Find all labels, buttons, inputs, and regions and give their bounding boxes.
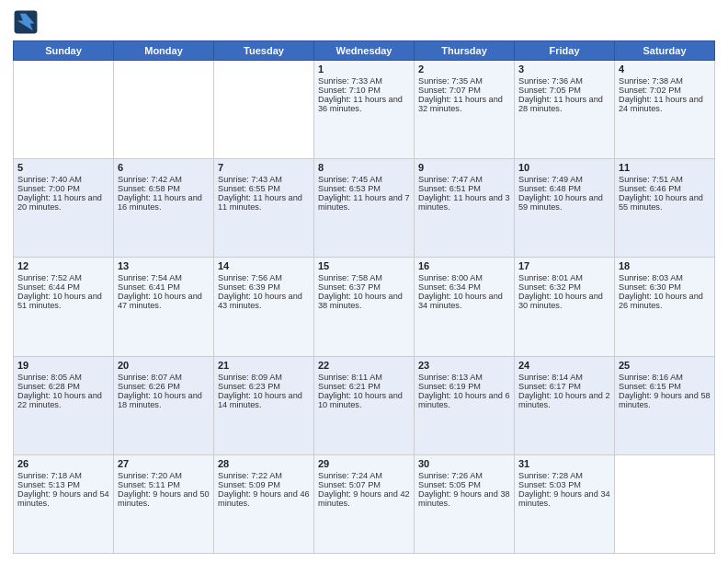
calendar-cell: 9Sunrise: 7:47 AMSunset: 6:51 PMDaylight… (415, 159, 515, 258)
day-number: 30 (418, 458, 510, 469)
day-number: 17 (518, 260, 610, 271)
calendar-body: 1Sunrise: 7:33 AMSunset: 7:10 PMDaylight… (14, 61, 715, 554)
cell-text: Daylight: 10 hours and 43 minutes. (218, 292, 310, 310)
calendar-row-3: 19Sunrise: 8:05 AMSunset: 6:28 PMDayligh… (14, 356, 715, 454)
calendar-cell (14, 61, 114, 159)
cell-text: Sunrise: 7:20 AM (118, 471, 210, 480)
cell-text: Sunrise: 8:01 AM (518, 273, 610, 282)
cell-text: Daylight: 9 hours and 42 minutes. (318, 489, 410, 508)
day-number: 16 (418, 260, 510, 271)
cell-text: Sunset: 6:34 PM (418, 282, 510, 292)
cell-text: Daylight: 9 hours and 46 minutes. (218, 489, 310, 508)
cell-text: Daylight: 10 hours and 30 minutes. (518, 292, 610, 310)
col-header-tuesday: Tuesday (214, 41, 314, 61)
day-number: 31 (518, 458, 610, 469)
cell-text: Sunrise: 7:22 AM (218, 471, 310, 480)
calendar-cell: 28Sunrise: 7:22 AMSunset: 5:09 PMDayligh… (214, 454, 314, 553)
cell-text: Sunset: 6:53 PM (318, 184, 410, 193)
cell-text: Sunset: 6:28 PM (17, 382, 109, 391)
calendar-cell: 4Sunrise: 7:38 AMSunset: 7:02 PMDaylight… (615, 61, 715, 159)
day-number: 23 (418, 360, 510, 371)
cell-text: Sunrise: 8:16 AM (619, 373, 711, 382)
cell-text: Sunrise: 7:40 AM (17, 175, 109, 184)
calendar-cell: 19Sunrise: 8:05 AMSunset: 6:28 PMDayligh… (14, 356, 114, 454)
cell-text: Sunset: 7:02 PM (619, 86, 711, 95)
cell-text: Sunset: 6:30 PM (619, 282, 711, 292)
cell-text: Daylight: 10 hours and 34 minutes. (418, 292, 510, 310)
day-number: 22 (318, 360, 410, 371)
cell-text: Sunrise: 7:38 AM (619, 76, 711, 86)
calendar-cell: 24Sunrise: 8:14 AMSunset: 6:17 PMDayligh… (515, 356, 615, 454)
day-number: 28 (218, 458, 310, 469)
calendar-cell: 17Sunrise: 8:01 AMSunset: 6:32 PMDayligh… (515, 258, 615, 356)
day-number: 18 (619, 260, 711, 271)
page: SundayMondayTuesdayWednesdayThursdayFrid… (0, 0, 728, 563)
cell-text: Daylight: 10 hours and 10 minutes. (318, 391, 410, 409)
calendar-cell (114, 61, 214, 159)
cell-text: Sunset: 6:19 PM (418, 382, 510, 391)
cell-text: Sunset: 6:23 PM (218, 382, 310, 391)
cell-text: Sunset: 5:07 PM (318, 480, 410, 489)
cell-text: Sunset: 7:00 PM (17, 184, 109, 193)
cell-text: Daylight: 9 hours and 54 minutes. (17, 489, 109, 508)
cell-text: Sunset: 7:10 PM (318, 86, 410, 95)
cell-text: Sunset: 6:26 PM (118, 382, 210, 391)
day-number: 14 (218, 260, 310, 271)
calendar-cell: 8Sunrise: 7:45 AMSunset: 6:53 PMDaylight… (314, 159, 415, 258)
cell-text: Daylight: 10 hours and 47 minutes. (118, 292, 210, 310)
calendar-cell (615, 454, 715, 553)
calendar-cell: 27Sunrise: 7:20 AMSunset: 5:11 PMDayligh… (114, 454, 214, 553)
day-number: 21 (218, 360, 310, 371)
cell-text: Sunrise: 7:58 AM (318, 273, 410, 282)
logo-icon (13, 9, 39, 35)
cell-text: Sunset: 7:05 PM (518, 86, 610, 95)
calendar-cell: 6Sunrise: 7:42 AMSunset: 6:58 PMDaylight… (114, 159, 214, 258)
cell-text: Sunrise: 8:11 AM (318, 373, 410, 382)
calendar-cell: 1Sunrise: 7:33 AMSunset: 7:10 PMDaylight… (314, 61, 415, 159)
cell-text: Sunset: 6:44 PM (17, 282, 109, 292)
day-number: 4 (619, 63, 711, 75)
header-row: SundayMondayTuesdayWednesdayThursdayFrid… (14, 41, 715, 61)
cell-text: Sunrise: 7:33 AM (318, 76, 410, 86)
cell-text: Sunset: 5:03 PM (518, 480, 610, 489)
cell-text: Sunrise: 7:36 AM (518, 76, 610, 86)
cell-text: Daylight: 11 hours and 3 minutes. (418, 193, 510, 212)
calendar-cell: 29Sunrise: 7:24 AMSunset: 5:07 PMDayligh… (314, 454, 415, 553)
cell-text: Daylight: 10 hours and 59 minutes. (518, 193, 610, 212)
cell-text: Daylight: 9 hours and 50 minutes. (118, 489, 210, 508)
cell-text: Sunrise: 8:07 AM (118, 373, 210, 382)
cell-text: Daylight: 11 hours and 7 minutes. (318, 193, 410, 212)
calendar-table: SundayMondayTuesdayWednesdayThursdayFrid… (13, 40, 715, 554)
day-number: 5 (17, 162, 109, 173)
calendar-cell: 5Sunrise: 7:40 AMSunset: 7:00 PMDaylight… (14, 159, 114, 258)
calendar-row-4: 26Sunrise: 7:18 AMSunset: 5:13 PMDayligh… (14, 454, 715, 553)
day-number: 1 (318, 63, 410, 75)
cell-text: Daylight: 11 hours and 24 minutes. (619, 95, 711, 113)
day-number: 12 (17, 260, 109, 271)
cell-text: Daylight: 11 hours and 28 minutes. (518, 95, 610, 113)
col-header-sunday: Sunday (14, 41, 114, 61)
calendar-cell: 21Sunrise: 8:09 AMSunset: 6:23 PMDayligh… (214, 356, 314, 454)
cell-text: Daylight: 10 hours and 18 minutes. (118, 391, 210, 409)
cell-text: Daylight: 11 hours and 11 minutes. (218, 193, 310, 212)
cell-text: Sunset: 6:15 PM (619, 382, 711, 391)
day-number: 24 (518, 360, 610, 371)
header (13, 9, 715, 35)
day-number: 6 (118, 162, 210, 173)
day-number: 25 (619, 360, 711, 371)
cell-text: Daylight: 11 hours and 32 minutes. (418, 95, 510, 113)
cell-text: Sunrise: 7:35 AM (418, 76, 510, 86)
cell-text: Sunset: 6:17 PM (518, 382, 610, 391)
calendar-cell (214, 61, 314, 159)
day-number: 29 (318, 458, 410, 469)
cell-text: Daylight: 11 hours and 36 minutes. (318, 95, 410, 113)
calendar-cell: 12Sunrise: 7:52 AMSunset: 6:44 PMDayligh… (14, 258, 114, 356)
cell-text: Sunset: 5:05 PM (418, 480, 510, 489)
cell-text: Sunrise: 8:13 AM (418, 373, 510, 382)
cell-text: Sunrise: 7:28 AM (518, 471, 610, 480)
cell-text: Sunrise: 7:49 AM (518, 175, 610, 184)
day-number: 13 (118, 260, 210, 271)
cell-text: Daylight: 10 hours and 55 minutes. (619, 193, 711, 212)
cell-text: Sunrise: 8:03 AM (619, 273, 711, 282)
calendar-cell: 16Sunrise: 8:00 AMSunset: 6:34 PMDayligh… (415, 258, 515, 356)
